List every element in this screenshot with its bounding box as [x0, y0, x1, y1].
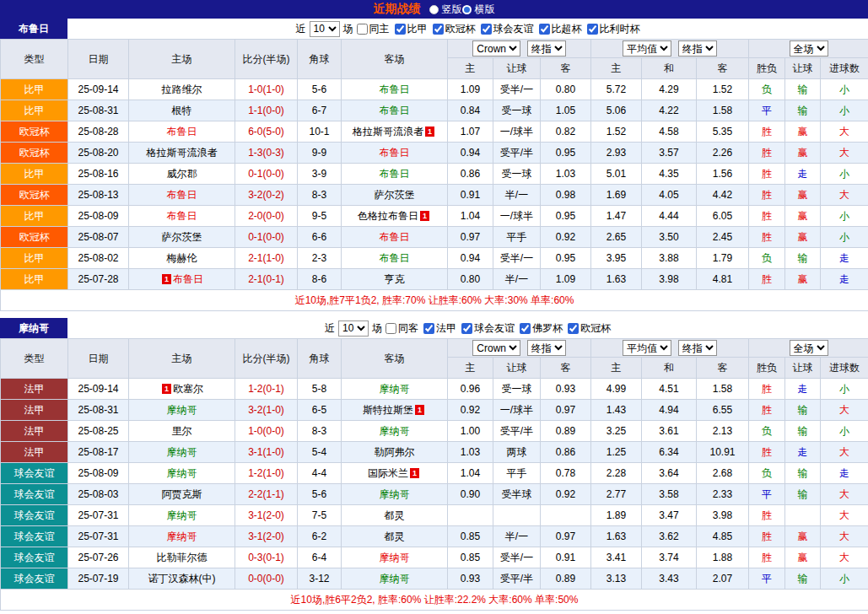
competition-filter-checkbox[interactable]: [433, 24, 444, 35]
away-team-name: 摩纳哥: [380, 573, 410, 584]
date-cell: 25-09-14: [68, 79, 129, 100]
match-row: 欧冠杯25-08-20格拉斯哥流浪者1-3(0-3)9-9布鲁日0.94受平/半…: [1, 143, 868, 164]
col-away: 客场: [342, 40, 448, 79]
odds-period-select[interactable]: 终指: [527, 40, 566, 57]
col-avg-home: 主: [591, 358, 642, 379]
near-label: 近: [296, 22, 306, 36]
layout-radio[interactable]: 横版: [462, 3, 495, 17]
recent-count-select[interactable]: 10: [338, 320, 369, 337]
avg-away-cell: 4.81: [697, 269, 749, 290]
score-cell: 3-2(0-2): [235, 185, 298, 206]
competition-type-cell: 比甲: [1, 164, 68, 185]
away-team-name: 布鲁日: [380, 105, 410, 116]
average-period-select[interactable]: 终指: [678, 340, 717, 356]
competition-filter-label: 球会友谊: [474, 321, 515, 336]
competition-type-cell: 球会友谊: [1, 547, 68, 568]
col-handicap: 让球: [493, 358, 541, 379]
odds-away-cell: 0.86: [541, 442, 591, 463]
average-period-select[interactable]: 终指: [678, 40, 717, 57]
competition-filter-checkbox[interactable]: [461, 323, 472, 334]
odds-away-cell: 1.05: [541, 100, 591, 121]
record-summary: 近10场,胜6平2负2, 胜率:60% 让胜率:22.2% 大率:60% 单率:…: [1, 590, 868, 611]
result-cell: 胜: [749, 442, 785, 463]
competition-filter[interactable]: 比甲: [395, 22, 428, 36]
same-venue-filter-label: 同主: [369, 22, 390, 36]
competition-filter-checkbox[interactable]: [539, 24, 550, 35]
competition-filter[interactable]: 欧冠杯: [433, 22, 476, 36]
avg-home-cell: 1.69: [591, 185, 642, 206]
average-select[interactable]: 平均值: [623, 340, 671, 356]
scope-select[interactable]: 全场: [790, 40, 828, 57]
avg-away-cell: 2.07: [697, 568, 749, 590]
team-tab[interactable]: 摩纳哥: [0, 318, 67, 338]
odds-home-cell: 0.96: [448, 379, 493, 400]
layout-radio[interactable]: 竖版: [429, 3, 462, 17]
goals-result-cell: 大: [821, 484, 868, 505]
home-team-cell: 诺丁汉森林(中): [129, 568, 235, 590]
away-team-cell: 斯特拉斯堡1: [342, 400, 448, 421]
home-team-cell: 威尔郡: [129, 164, 235, 185]
recent-count-select[interactable]: 10: [310, 21, 340, 37]
away-team-cell: 摩纳哥: [342, 421, 448, 442]
competition-filter[interactable]: 比利时杯: [587, 22, 640, 36]
avg-away-cell: 2.45: [697, 227, 749, 248]
competition-filter[interactable]: 佛罗杯: [520, 321, 563, 336]
scope-select[interactable]: 全场: [790, 340, 828, 356]
odds-source-select[interactable]: Crown: [472, 340, 520, 356]
odds-source-select[interactable]: Crown: [472, 40, 520, 57]
avg-away-cell: 2.13: [697, 421, 749, 442]
red-card-badge: 1: [162, 384, 171, 394]
col-goals-result: 进球数: [821, 58, 868, 79]
date-cell: 25-07-28: [68, 269, 129, 290]
odds-home-cell: 0.97: [448, 227, 493, 248]
competition-filter[interactable]: 法甲: [423, 321, 456, 336]
home-team-cell: 摩纳哥: [129, 400, 235, 421]
competition-filter[interactable]: 比超杯: [539, 22, 582, 36]
competition-filter-checkbox[interactable]: [568, 323, 579, 334]
handicap-cell: 受一球: [493, 379, 541, 400]
home-team-name: 诺丁汉森林(中): [148, 573, 216, 584]
odds-home-cell: 0.84: [448, 100, 493, 121]
competition-filter-checkbox[interactable]: [587, 24, 598, 35]
match-row: 法甲25-08-25里尔1-0(0-0)8-3摩纳哥1.00受平/半0.893.…: [1, 421, 868, 442]
same-venue-filter-checkbox[interactable]: [385, 323, 396, 334]
same-venue-filter[interactable]: 同主: [357, 22, 390, 36]
competition-filter-checkbox[interactable]: [520, 323, 531, 334]
competition-filter[interactable]: 球会友谊: [461, 321, 515, 336]
avg-home-cell: 5.06: [591, 100, 642, 121]
goals-result-cell: 小: [821, 100, 868, 121]
away-team-cell: 国际米兰1: [342, 463, 448, 484]
col-away: 客场: [342, 339, 448, 379]
recent-results-table: 类型 日期 主场 比分(半场) 角球 客场 Crown 终指 平均值 终指 全场: [0, 39, 868, 311]
same-venue-filter-checkbox[interactable]: [357, 24, 368, 35]
competition-filter[interactable]: 欧冠杯: [568, 321, 611, 336]
average-select[interactable]: 平均值: [623, 40, 671, 57]
competition-filter[interactable]: 球会友谊: [481, 22, 534, 36]
team-tab[interactable]: 布鲁日: [0, 19, 67, 39]
odds-home-cell: 1.03: [448, 442, 493, 463]
handicap-result-cell: 输: [785, 421, 821, 442]
col-corners: 角球: [298, 339, 342, 379]
competition-filter-label: 欧冠杯: [580, 321, 611, 336]
away-team-name: 格拉斯哥流浪者: [353, 126, 423, 137]
date-cell: 25-08-09: [68, 463, 129, 484]
avg-draw-cell: 4.29: [642, 79, 697, 100]
date-cell: 25-08-09: [68, 206, 129, 227]
avg-draw-cell: 4.58: [642, 121, 697, 143]
average-group-header: 平均值 终指: [591, 339, 749, 358]
competition-filter-checkbox[interactable]: [481, 24, 492, 35]
away-team-cell: 都灵: [342, 526, 448, 547]
corner-cell: 5-4: [298, 442, 342, 463]
corner-cell: 6-7: [298, 100, 342, 121]
avg-away-cell: 5.35: [697, 121, 749, 143]
same-venue-filter[interactable]: 同客: [385, 321, 418, 336]
competition-type-cell: 球会友谊: [1, 463, 68, 484]
avg-draw-cell: 3.47: [642, 505, 697, 526]
odds-away-cell: 0.98: [541, 185, 591, 206]
avg-away-cell: 2.68: [697, 463, 749, 484]
competition-filter-checkbox[interactable]: [423, 323, 434, 334]
odds-period-select[interactable]: 终指: [527, 340, 566, 356]
col-home: 主场: [129, 40, 235, 79]
competition-filter-checkbox[interactable]: [395, 24, 406, 35]
match-row: 比甲25-08-16威尔郡0-1(0-0)3-9布鲁日0.86受一球1.035.…: [1, 164, 868, 185]
